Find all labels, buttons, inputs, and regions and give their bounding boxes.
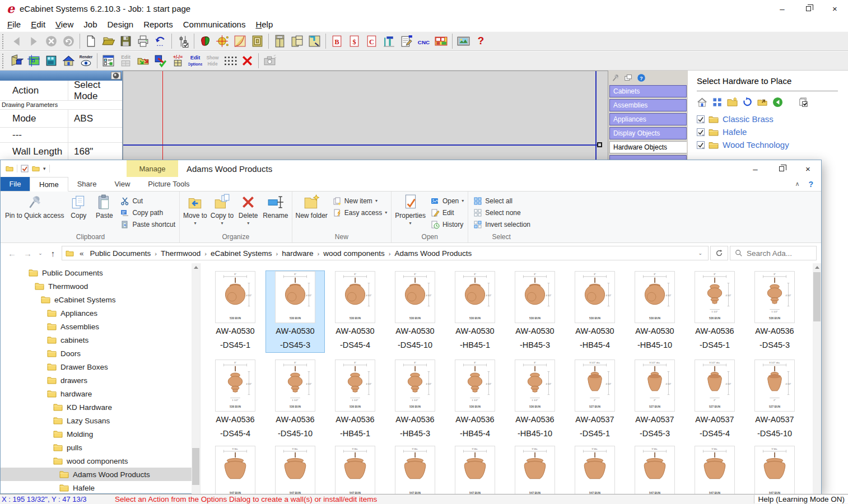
refresh-button[interactable] [710,246,728,260]
camera-disabled-button[interactable] [261,52,278,69]
plan-view-button[interactable] [25,52,43,69]
file-item-aw-a0537-ds45-1[interactable]: 3 1/2" dia.4 1/2"2"527 BUNAW-A0537-DS45-… [566,360,624,441]
recent-locations-dropdown[interactable]: ⌄ [36,246,44,260]
file-item-aw-a0536-ds45-3[interactable]: 3"4 1/2"1 1/2"536 BUNAW-A0536-DS45-3 [746,271,804,352]
tree-item-doors[interactable]: Doors [1,347,200,360]
doc-edit-button[interactable] [398,32,415,50]
tab-file[interactable]: File [1,177,30,191]
hardware-category-display-objects[interactable]: Display Objects [609,127,687,139]
axis-origin-button[interactable] [214,32,231,50]
hardware-folder-hafele[interactable]: Hafele [697,125,845,138]
menu-view[interactable]: View [50,18,78,31]
tree-item-wood-components[interactable]: wood components [1,454,200,468]
history-button[interactable]: History [431,219,464,230]
easy-access-button[interactable]: Easy access▾ [333,207,387,218]
tree-item-pulls[interactable]: pulls [1,441,200,454]
tab-view[interactable]: View [105,177,139,191]
params-panel-pin-button[interactable] [111,72,121,80]
cut-button[interactable]: Cut [120,195,175,206]
scrollbar-up-arrow[interactable] [192,263,200,272]
new-item-button[interactable]: New item▾ [333,195,387,206]
paste-shortcut-button[interactable]: Paste shortcut [120,219,175,230]
grid-dots-button[interactable] [221,52,239,69]
import-export-button[interactable] [134,52,152,69]
paint-materials-button[interactable] [197,32,214,50]
assembly-tools-button[interactable] [380,32,398,50]
delete-x-button[interactable] [239,52,256,69]
breadcrumb-item[interactable]: Public Documents [86,249,155,258]
search-input[interactable]: Search Ada... [730,246,817,260]
wall-endpoint-handle[interactable] [597,142,602,147]
menu-reports[interactable]: Reports [138,18,178,31]
move-to-button[interactable]: Move to▾ [181,192,209,232]
windows-icon[interactable] [624,73,633,82]
copy-button[interactable]: Copy [66,192,91,232]
restore-button[interactable] [795,0,822,17]
tree-item-ecabinet-systems[interactable]: eCabinet Systems [1,293,200,306]
tree-scrollbar[interactable] [192,263,200,494]
nav-up-button[interactable]: ↑ [46,246,60,260]
file-item-aw-a0536-hb45-10[interactable]: 3"4 1/2"1 1/2"536 BUNAW-A0536-HB45-10 [506,360,564,441]
select-all-button[interactable]: Select all [473,195,530,206]
minimize-button[interactable]: – [769,0,795,17]
edit-options-button[interactable]: EditOptions [187,52,204,69]
nav-back-button[interactable] [8,32,25,50]
wall-3d-button[interactable] [8,52,25,69]
house-view-button[interactable] [60,52,77,69]
pin-icon[interactable] [611,73,620,82]
explorer-help-icon[interactable]: ? [808,180,813,189]
undo-button[interactable] [152,32,169,50]
breadcrumb-item[interactable]: Adams Wood Products [390,249,476,258]
file-item-aw-a0536-ds45-1[interactable]: 3"4 1/2"1 1/2"536 BUNAW-A0536-DS45-1 [686,271,744,352]
checked-checkbox-icon[interactable] [697,115,705,123]
mode-value[interactable]: ABS [68,113,122,124]
back-icon[interactable] [772,97,783,108]
room-layout-button[interactable] [306,32,323,50]
nav-cancel-button[interactable] [43,32,60,50]
tree-item-assemblies[interactable]: Assemblies [1,320,200,333]
action-value[interactable]: Select Mode [68,80,122,102]
file-item[interactable]: 5"dia.547 BUN [386,446,444,494]
open-button[interactable]: Open▾ [431,195,464,206]
breadcrumb-item[interactable]: eCabinet Systems [207,249,276,258]
qat-dropdown-icon[interactable]: ▾ [43,166,46,171]
file-item[interactable]: 5"dia.547 BUN [626,446,684,494]
close-button[interactable]: × [822,0,848,17]
properties-button[interactable]: Properties▾ [393,192,427,232]
scrollbar-thumb[interactable] [813,272,821,321]
nav-refresh-button[interactable] [60,32,77,50]
tree-item-drawer-boxes[interactable]: Drawer Boxes [1,360,200,374]
file-item[interactable]: 5"dia.547 BUN [446,446,504,494]
tree-item-kd-hardware[interactable]: KD Hardware [1,400,200,414]
menu-edit[interactable]: Edit [26,18,50,31]
address-dropdown-icon[interactable]: ⌄ [698,250,705,256]
hardware-category-appliances[interactable]: Appliances [609,113,687,125]
options-list-button[interactable] [100,52,117,69]
help-button[interactable]: ? [472,32,490,50]
hardware-folder-classic-brass[interactable]: Classic Brass [697,113,845,125]
grid-scrollbar[interactable] [813,263,821,494]
help-mode-indicator[interactable]: Help (Learning Mode ON) [754,495,848,503]
new-folder-button[interactable]: New folder [294,192,329,232]
toolbar-drag-handle[interactable] [2,54,6,68]
panel-optimize-button[interactable] [432,32,450,50]
rename-button[interactable]: Rename [261,192,290,232]
hardware-category-cabinets[interactable]: Cabinets [609,85,687,97]
scrollbar-up-arrow[interactable] [813,263,821,272]
file-item[interactable]: 5"dia.547 BUN [506,446,564,494]
file-item-aw-a0530-hb45-1[interactable]: 3"4 1/2"530 BUNAW-A0530-HB45-1 [446,271,504,352]
apps-icon[interactable] [712,97,723,108]
file-item-aw-a0537-ds45-10[interactable]: 3 1/2" dia.4 1/2"2"527 BUNAW-A0537-DS45-… [746,360,804,441]
close-button[interactable]: × [795,160,821,177]
file-item-aw-a0530-hb45-4[interactable]: 3"4 1/2"530 BUNAW-A0530-HB45-4 [566,271,624,352]
file-item-aw-a0536-hb45-1[interactable]: 3"4 1/2"1 1/2"536 BUNAW-A0536-HB45-1 [326,360,384,441]
file-item-aw-a0530-ds45-3[interactable]: 3"4 1/2"530 BUNAW-A0530-DS45-3 [266,271,324,352]
hardware-category-hardware-objects[interactable]: Hardware Objects [609,141,687,153]
file-item[interactable]: 5"dia.547 BUN [326,446,384,494]
export-icon[interactable] [757,97,768,108]
hardware-folder-wood-technology[interactable]: Wood Technology [697,138,845,151]
layers-icon[interactable] [798,97,808,108]
breadcrumb-item[interactable]: Thermwood [157,249,204,258]
file-item-aw-a0530-hb45-10[interactable]: 3"4 1/2"530 BUNAW-A0530-HB45-10 [626,271,684,352]
doc-dollar-button[interactable]: $ [346,32,363,50]
